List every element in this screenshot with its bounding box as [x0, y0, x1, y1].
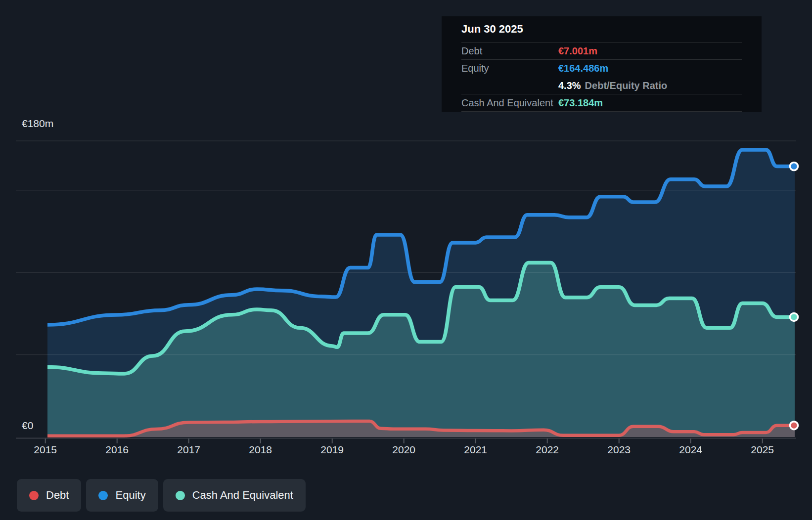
x-axis-label-2016: 2016: [105, 443, 129, 456]
legend-cash-label: Cash And Equivalent: [192, 489, 293, 502]
chart-legend: Debt Equity Cash And Equivalent: [17, 479, 306, 512]
tooltip-row-cash: Cash And Equivalent €73.184m: [461, 94, 742, 112]
legend-equity-label: Equity: [115, 489, 145, 502]
tooltip-cash-label: Cash And Equivalent: [461, 97, 558, 109]
x-axis-label-2015: 2015: [34, 443, 57, 456]
tooltip-ratio-value: 4.3%: [558, 80, 581, 91]
x-axis-label-2022: 2022: [536, 443, 559, 456]
x-axis-label-2017: 2017: [177, 443, 200, 456]
y-axis-max-label: €180m: [22, 117, 53, 130]
x-axis-label-2025: 2025: [751, 443, 774, 456]
equity-end-marker: [790, 163, 798, 171]
tooltip-equity-label: Equity: [461, 63, 558, 74]
tooltip-ratio-label: Debt/Equity Ratio: [585, 80, 668, 91]
y-axis-zero-label: €0: [22, 419, 33, 433]
tooltip-equity-value: €164.486m: [558, 63, 608, 74]
tooltip-cash-value: €73.184m: [558, 97, 603, 109]
legend-item-debt[interactable]: Debt: [17, 479, 81, 512]
x-axis-labels: 2015201620172018201920202021202220232024…: [0, 443, 812, 456]
x-axis-label-2018: 2018: [249, 443, 272, 456]
chart-tooltip: Jun 30 2025 Debt €7.001m Equity €164.486…: [442, 16, 762, 112]
legend-debt-label: Debt: [46, 489, 69, 502]
equity-series-dot-icon: [98, 491, 108, 500]
tooltip-row-debt: Debt €7.001m: [461, 43, 742, 60]
x-axis-label-2019: 2019: [320, 443, 344, 456]
tooltip-row-ratio: 4.3% Debt/Equity Ratio: [461, 77, 742, 94]
legend-item-equity[interactable]: Equity: [86, 479, 158, 512]
tooltip-debt-value: €7.001m: [558, 45, 597, 57]
legend-item-cash[interactable]: Cash And Equivalent: [163, 479, 306, 512]
x-axis-label-2024: 2024: [679, 443, 702, 456]
debt-series-dot-icon: [29, 491, 39, 500]
cash-and-equivalent-end-marker: [790, 313, 798, 321]
x-axis-label-2021: 2021: [464, 443, 487, 456]
cash-series-dot-icon: [176, 491, 185, 500]
x-axis-label-2023: 2023: [607, 443, 631, 456]
debt-end-marker: [790, 422, 798, 430]
tooltip-debt-label: Debt: [461, 45, 558, 57]
x-axis-label-2020: 2020: [392, 443, 415, 456]
tooltip-date: Jun 30 2025: [461, 16, 742, 43]
tooltip-row-equity: Equity €164.486m: [461, 60, 742, 77]
